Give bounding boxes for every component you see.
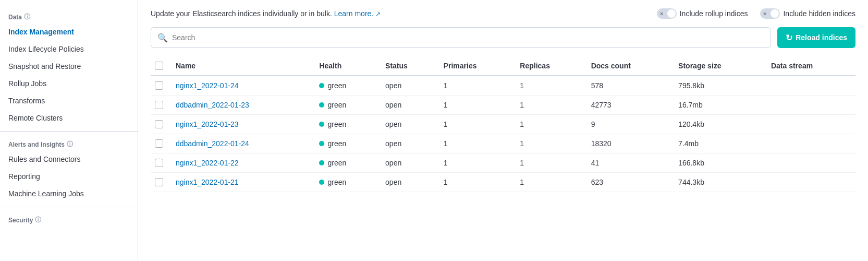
row-status: open [379,76,437,96]
row-data-stream [765,115,855,134]
toggle-hidden-x-icon: ✕ [763,11,767,17]
row-data-stream [765,153,855,173]
table-header-row: Name Health Status Primaries Replicas Do… [151,56,855,76]
sidebar-item-transforms[interactable]: Transforms [0,92,138,110]
row-replicas: 1 [514,96,584,115]
indices-table: Name Health Status Primaries Replicas Do… [151,56,855,192]
index-name-link[interactable]: nginx1_2022-01-23 [176,120,239,128]
sidebar-divider-1 [0,131,138,132]
row-name: nginx1_2022-01-23 [169,115,313,134]
row-primaries: 1 [437,115,514,134]
security-section-info-icon: ⓘ [35,216,41,224]
row-checkbox[interactable] [155,120,163,128]
index-name-link[interactable]: ddbadmin_2022-01-23 [176,101,249,109]
row-data-stream [765,134,855,153]
table-row: ddbadmin_2022-01-24 green open 1 1 18320… [151,134,855,153]
toggle-hidden-button[interactable]: ✕ [760,8,780,19]
col-health[interactable]: Health [313,56,379,76]
row-name: ddbadmin_2022-01-24 [169,134,313,153]
sidebar-item-remote-clusters[interactable]: Remote Clusters [0,110,138,127]
row-replicas: 1 [514,134,584,153]
main-content: Update your Elasticsearch indices indivi… [138,0,868,261]
row-checkbox[interactable] [155,139,163,148]
col-storage-size[interactable]: Storage size [672,56,765,76]
row-storage-size: 16.7mb [672,96,765,115]
row-replicas: 1 [514,173,584,192]
row-health: green [313,134,379,153]
reload-indices-button[interactable]: ↻ Reload indices [777,27,855,48]
health-label: green [327,120,346,128]
sidebar-item-reporting[interactable]: Reporting [0,168,138,185]
row-checkbox[interactable] [155,101,163,109]
page-description: Update your Elasticsearch indices indivi… [151,9,649,18]
col-primaries[interactable]: Primaries [437,56,514,76]
row-primaries: 1 [437,153,514,173]
row-primaries: 1 [437,96,514,115]
row-primaries: 1 [437,134,514,153]
row-status: open [379,96,437,115]
sidebar-item-snapshot-and-restore[interactable]: Snapshot and Restore [0,58,138,75]
row-status: open [379,115,437,134]
col-data-stream[interactable]: Data stream [765,56,855,76]
col-name[interactable]: Name [169,56,313,76]
row-primaries: 1 [437,76,514,96]
row-checkbox-cell [151,173,169,192]
row-checkbox[interactable] [155,159,163,167]
sidebar-item-machine-learning-jobs[interactable]: Machine Learning Jobs [0,185,138,203]
sidebar-item-rollup-jobs[interactable]: Rollup Jobs [0,75,138,92]
row-data-stream [765,96,855,115]
row-replicas: 1 [514,153,584,173]
row-storage-size: 7.4mb [672,134,765,153]
row-status: open [379,134,437,153]
index-name-link[interactable]: nginx1_2022-01-21 [176,178,239,186]
sidebar-section-alerts: Alerts and Insights ⓘ [0,136,138,151]
row-health: green [313,96,379,115]
row-status: open [379,153,437,173]
col-docs-count[interactable]: Docs count [585,56,672,76]
search-input[interactable] [172,33,764,42]
col-replicas[interactable]: Replicas [514,56,584,76]
row-data-stream [765,173,855,192]
table-row: nginx1_2022-01-22 green open 1 1 41 166.… [151,153,855,173]
row-checkbox-cell [151,115,169,134]
toggle-rollup-button[interactable]: ✕ [657,8,677,19]
row-primaries: 1 [437,173,514,192]
health-label: green [327,178,346,186]
table-row: nginx1_2022-01-24 green open 1 1 578 795… [151,76,855,96]
search-bar-row: 🔍 ↻ Reload indices [151,27,855,48]
sidebar: Data ⓘ Index Management Index Lifecycle … [0,0,138,261]
select-all-checkbox[interactable] [155,62,163,70]
row-health: green [313,115,379,134]
health-dot-green [319,102,324,108]
sidebar-item-rules-and-connectors[interactable]: Rules and Connectors [0,151,138,168]
row-status: open [379,173,437,192]
table-row: nginx1_2022-01-23 green open 1 1 9 120.4… [151,115,855,134]
row-checkbox-cell [151,76,169,96]
toggle-rollup: ✕ Include rollup indices [657,8,748,19]
row-docs-count: 41 [585,153,672,173]
row-checkbox[interactable] [155,178,163,186]
row-checkbox[interactable] [155,81,163,90]
col-status[interactable]: Status [379,56,437,76]
index-name-link[interactable]: ddbadmin_2022-01-24 [176,139,249,148]
toggle-rollup-x-icon: ✕ [659,11,664,17]
health-dot-green [319,180,324,185]
row-health: green [313,173,379,192]
index-name-link[interactable]: nginx1_2022-01-24 [176,81,239,90]
row-docs-count: 9 [585,115,672,134]
health-dot-green [319,83,324,88]
learn-more-link[interactable]: Learn more. [334,9,373,18]
row-storage-size: 795.8kb [672,76,765,96]
health-dot-green [319,160,324,165]
health-dot-green [319,141,324,146]
health-label: green [327,139,346,148]
sidebar-item-index-management[interactable]: Index Management [0,23,138,41]
row-docs-count: 18320 [585,134,672,153]
row-replicas: 1 [514,115,584,134]
sidebar-divider-2 [0,207,138,207]
row-docs-count: 578 [585,76,672,96]
col-checkbox [151,56,169,76]
index-name-link[interactable]: nginx1_2022-01-22 [176,159,239,167]
sidebar-item-index-lifecycle-policies[interactable]: Index Lifecycle Policies [0,41,138,58]
row-name: nginx1_2022-01-22 [169,153,313,173]
